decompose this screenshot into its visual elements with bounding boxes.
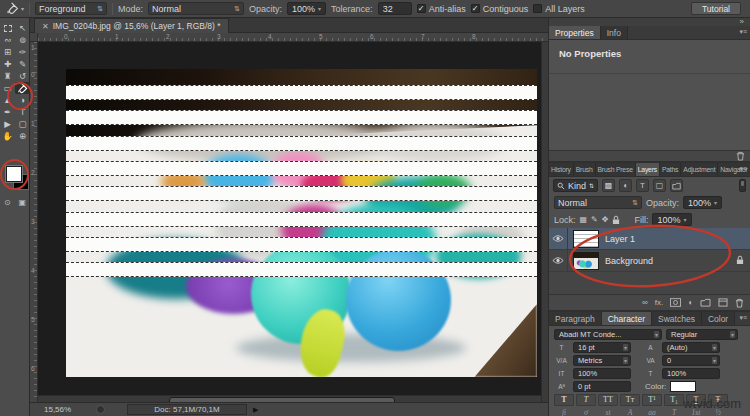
font-size-select[interactable]: 16 pt ▾ <box>573 342 631 353</box>
titling-alternates-button[interactable]: T <box>664 407 684 416</box>
layer-thumbnail[interactable] <box>573 252 599 270</box>
contiguous-checkbox[interactable]: ✓ Contiguous <box>471 4 529 14</box>
baseline-shift-input[interactable]: 0 pt <box>573 381 631 392</box>
tab-history[interactable]: History <box>549 163 574 176</box>
all-layers-checkbox[interactable]: All Layers <box>533 4 585 14</box>
tab-info[interactable]: Info <box>601 26 628 39</box>
fill-input[interactable]: 100% ▾ <box>652 213 691 226</box>
path-selection-tool[interactable]: ▶ <box>0 118 15 130</box>
brush-tool[interactable]: ✎ <box>15 58 30 70</box>
visibility-toggle[interactable] <box>549 228 568 250</box>
font-family-select[interactable]: Abadi MT Conde... ▾ <box>554 329 662 340</box>
tab-brush-presets[interactable]: Brush Prese <box>596 163 636 176</box>
faux-italic-button[interactable]: T <box>576 394 596 406</box>
font-style-select[interactable]: Regular ▾ <box>666 329 738 340</box>
layer-filter-toggle[interactable] <box>739 179 746 192</box>
layers-opacity-input[interactable]: 100% ▾ <box>683 196 722 209</box>
image-document[interactable] <box>66 69 537 377</box>
trash-icon[interactable] <box>735 298 744 308</box>
checkbox-checked-icon[interactable]: ✓ <box>471 4 480 13</box>
filter-kind-select[interactable]: Kind ⇅ <box>553 179 598 192</box>
filter-smart-objects-icon[interactable] <box>670 179 683 192</box>
fill-source-select[interactable]: Foreground ⇅ <box>35 2 107 15</box>
vertical-scale-input[interactable]: 100% <box>573 368 631 379</box>
tab-swatches[interactable]: Swatches <box>652 312 702 325</box>
all-caps-button[interactable]: TT <box>598 394 618 406</box>
tab-properties[interactable]: Properties <box>549 26 601 39</box>
subscript-button[interactable]: T₁ <box>664 394 684 406</box>
tab-character[interactable]: Character <box>602 312 652 325</box>
lock-position-icon[interactable]: ✥ <box>602 215 609 224</box>
checkbox-checked-icon[interactable]: ✓ <box>417 4 426 13</box>
discretionary-ligatures-button[interactable]: st <box>598 407 618 416</box>
collapse-panels-icon[interactable]: » <box>740 18 744 26</box>
new-layer-icon[interactable] <box>718 298 728 307</box>
faux-bold-button[interactable]: T <box>554 394 574 406</box>
shape-tool[interactable]: ▢ <box>15 118 30 130</box>
layer-name[interactable]: Layer 1 <box>605 234 635 244</box>
small-caps-button[interactable]: Tᴛ <box>620 394 640 406</box>
text-color-swatch[interactable] <box>670 381 696 392</box>
filter-shape-layers-icon[interactable]: ▢ <box>653 179 666 192</box>
new-group-folder-icon[interactable] <box>700 298 711 307</box>
new-adjustment-layer-icon[interactable]: ◐ <box>688 298 693 307</box>
filter-adjustment-layers-icon[interactable]: ◐ <box>619 179 632 192</box>
checkbox-unchecked-icon[interactable] <box>533 4 542 13</box>
layer-row-layer1[interactable]: Layer 1 <box>549 228 750 250</box>
screen-mode-icon[interactable]: ▣ <box>18 198 26 207</box>
crop-tool[interactable]: ⊞ <box>0 46 15 58</box>
leading-select[interactable]: (Auto) ▾ <box>662 342 720 353</box>
antialias-checkbox[interactable]: ✓ Anti-alias <box>417 4 466 14</box>
tab-adjustments[interactable]: Adjustment <box>681 163 718 176</box>
layer-name[interactable]: Background <box>605 256 653 266</box>
add-layer-mask-icon[interactable] <box>670 298 681 307</box>
lasso-tool[interactable]: ∾ <box>0 34 15 46</box>
healing-brush-tool[interactable]: ✚ <box>0 58 15 70</box>
lock-pixels-icon[interactable]: ✎ <box>591 215 598 224</box>
lock-all-icon[interactable] <box>612 215 620 225</box>
mode-select[interactable]: Normal ⇅ <box>148 2 244 15</box>
layer-thumbnail[interactable] <box>573 230 599 248</box>
lock-transparency-icon[interactable]: ▦ <box>580 215 588 224</box>
clone-stamp-tool[interactable]: ♜ <box>0 70 15 82</box>
zoom-tool[interactable]: ⊕ <box>15 130 30 142</box>
panel-menu-icon[interactable]: ▾≡ <box>739 28 747 36</box>
current-tool-indicator[interactable]: ▾ <box>6 2 24 15</box>
canvas-pasteboard[interactable] <box>38 42 548 402</box>
quick-selection-tool[interactable]: ⊚ <box>15 34 30 46</box>
tool-preset-arrow-icon[interactable]: ▾ <box>21 5 24 12</box>
swash-button[interactable]: A <box>620 407 640 416</box>
contextual-alternates-button[interactable]: ơ <box>576 407 596 416</box>
horizontal-scale-input[interactable]: 100% <box>662 368 720 379</box>
tab-brush[interactable]: Brush <box>574 163 596 176</box>
ligatures-button[interactable]: fi <box>554 407 574 416</box>
hand-tool[interactable]: ✋ <box>0 130 15 142</box>
layer-style-fx-icon[interactable]: fx. <box>655 298 663 307</box>
tab-paths[interactable]: Paths <box>660 163 681 176</box>
dropdown-arrow-icon[interactable]: ▾ <box>318 5 321 12</box>
vertical-scrollbar[interactable] <box>541 42 548 402</box>
tutorial-button[interactable]: Tutorial <box>691 2 741 15</box>
panel-menu-icon[interactable]: ▾≡ <box>739 165 747 173</box>
quick-mask-icon[interactable]: ⊙ <box>4 198 11 207</box>
status-menu-arrow-icon[interactable]: ▶ <box>253 406 258 414</box>
rectangular-marquee-tool[interactable] <box>0 22 15 34</box>
kerning-select[interactable]: Metrics ▾ <box>573 355 631 366</box>
move-tool[interactable]: ↖ <box>15 22 30 34</box>
tab-layers[interactable]: Layers <box>636 163 660 176</box>
document-tab[interactable]: ✕ IMG_0204b.jpg @ 15,6% (Layer 1, RGB/8)… <box>34 18 229 33</box>
dropdown-arrow-icon[interactable]: ▾ <box>684 216 687 223</box>
zoom-level-field[interactable]: 15,56% <box>44 405 88 414</box>
dropdown-arrow-icon[interactable]: ▾ <box>714 199 717 206</box>
tab-paragraph[interactable]: Paragraph <box>549 312 602 325</box>
trash-icon[interactable] <box>736 151 745 161</box>
opacity-input[interactable]: 100% ▾ <box>287 2 326 15</box>
history-brush-tool[interactable]: ↺ <box>15 70 30 82</box>
superscript-button[interactable]: T¹ <box>642 394 662 406</box>
blend-mode-select[interactable]: Normal ⇅ <box>554 196 642 209</box>
link-layers-icon[interactable]: ∞ <box>642 298 648 307</box>
tracking-select[interactable]: 0 ▾ <box>662 355 720 366</box>
tolerance-input[interactable]: 32 <box>378 2 412 15</box>
eyedropper-tool[interactable]: ✑ <box>15 46 30 58</box>
tab-color[interactable]: Color <box>702 312 735 325</box>
